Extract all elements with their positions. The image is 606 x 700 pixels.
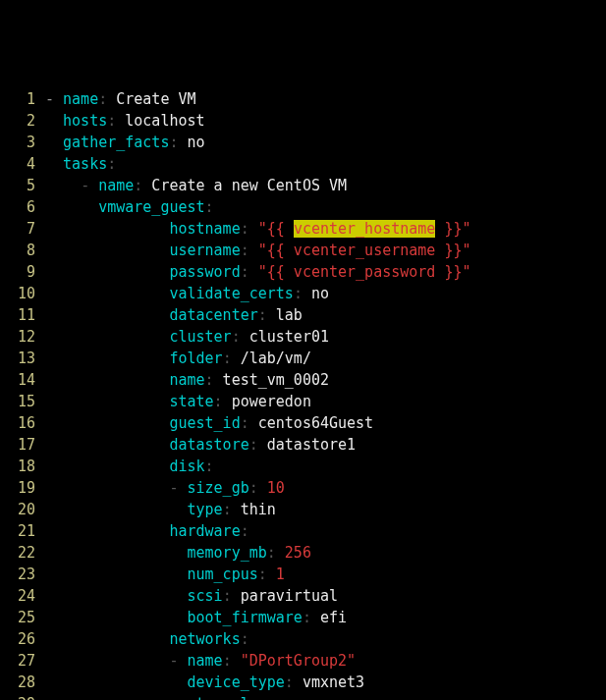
- line-content[interactable]: - size_gb: 10: [45, 477, 606, 499]
- line-content[interactable]: datacenter: lab: [45, 304, 606, 326]
- line-number: 13: [0, 348, 45, 369]
- token: disk: [169, 458, 204, 475]
- code-line[interactable]: 20 type: thin: [0, 499, 606, 520]
- token: device_type: [188, 673, 285, 691]
- token: /lab/vm/: [232, 350, 311, 367]
- code-line[interactable]: 6 vmware_guest:: [0, 196, 606, 218]
- code-line[interactable]: 15 state: poweredon: [0, 391, 606, 412]
- token: vmware_guest: [98, 198, 204, 216]
- token: [45, 155, 63, 173]
- code-line[interactable]: 5 - name: Create a new CentOS VM: [0, 175, 606, 196]
- code-line[interactable]: 2 hosts: localhost: [0, 110, 606, 132]
- token: scsi: [188, 587, 223, 605]
- line-content[interactable]: username: "{{ vcenter_username }}": [45, 240, 606, 261]
- code-line[interactable]: 1- name: Create VM: [0, 88, 606, 110]
- line-content[interactable]: boot_firmware: efi: [45, 607, 606, 628]
- code-line[interactable]: 8 username: "{{ vcenter_username }}": [0, 240, 606, 261]
- code-line[interactable]: 26 networks:: [0, 628, 606, 650]
- token: -: [169, 479, 187, 497]
- code-line[interactable]: 7 hostname: "{{ vcenter_hostname }}": [0, 218, 606, 240]
- line-content[interactable]: tasks:: [45, 153, 606, 175]
- line-number: 27: [0, 650, 45, 672]
- token: [45, 565, 188, 583]
- code-line[interactable]: 19 - size_gb: 10: [0, 477, 606, 499]
- code-line[interactable]: 21 hardware:: [0, 520, 606, 542]
- token: centos64Guest: [249, 414, 373, 432]
- token: datastore: [169, 436, 248, 454]
- code-line[interactable]: 24 scsi: paravirtual: [0, 585, 606, 607]
- token: state: [169, 393, 213, 410]
- line-content[interactable]: memory_mb: 256: [45, 542, 606, 564]
- line-content[interactable]: vmware_guest:: [45, 196, 606, 218]
- code-line[interactable]: 29 customvalues:: [0, 693, 606, 700]
- token: }}": [435, 220, 470, 238]
- line-content[interactable]: - name: "DPortGroup2": [45, 650, 606, 672]
- code-line[interactable]: 3 gather_facts: no: [0, 132, 606, 153]
- line-content[interactable]: hostname: "{{ vcenter_hostname }}": [45, 218, 606, 240]
- code-line[interactable]: 25 boot_firmware: efi: [0, 607, 606, 628]
- token: [45, 544, 188, 562]
- code-line[interactable]: 14 name: test_vm_0002: [0, 369, 606, 391]
- code-line[interactable]: 4 tasks:: [0, 153, 606, 175]
- line-number: 26: [0, 628, 45, 650]
- line-number: 3: [0, 132, 45, 153]
- token: name: [169, 371, 204, 389]
- token: memory_mb: [188, 544, 267, 562]
- token: [45, 436, 169, 454]
- line-content[interactable]: device_type: vmxnet3: [45, 672, 606, 693]
- token: :: [232, 328, 241, 346]
- line-number: 4: [0, 153, 45, 175]
- line-content[interactable]: - name: Create a new CentOS VM: [45, 175, 606, 196]
- code-line[interactable]: 23 num_cpus: 1: [0, 564, 606, 585]
- line-content[interactable]: disk:: [45, 456, 606, 477]
- line-content[interactable]: guest_id: centos64Guest: [45, 412, 606, 434]
- line-content[interactable]: type: thin: [45, 499, 606, 520]
- line-number: 29: [0, 693, 45, 700]
- line-content[interactable]: num_cpus: 1: [45, 564, 606, 585]
- code-line[interactable]: 18 disk:: [0, 456, 606, 477]
- code-line[interactable]: 12 cluster: cluster01: [0, 326, 606, 348]
- fold-marker: -: [45, 90, 54, 108]
- line-content[interactable]: folder: /lab/vm/: [45, 348, 606, 369]
- token: [45, 414, 169, 432]
- code-line[interactable]: 11 datacenter: lab: [0, 304, 606, 326]
- code-line[interactable]: 22 memory_mb: 256: [0, 542, 606, 564]
- token: :: [241, 220, 249, 238]
- line-content[interactable]: cluster: cluster01: [45, 326, 606, 348]
- token: "{{ vcenter_username }}": [258, 242, 471, 259]
- line-content[interactable]: scsi: paravirtual: [45, 585, 606, 607]
- line-number: 2: [0, 110, 45, 132]
- token: [45, 371, 169, 389]
- token: "{{: [258, 220, 294, 238]
- token: :: [205, 198, 214, 216]
- token: no: [303, 285, 329, 302]
- code-line[interactable]: 9 password: "{{ vcenter_password }}": [0, 261, 606, 283]
- line-content[interactable]: validate_certs: no: [45, 283, 606, 304]
- line-content[interactable]: name: test_vm_0002: [45, 369, 606, 391]
- code-line[interactable]: 13 folder: /lab/vm/: [0, 348, 606, 369]
- code-line[interactable]: 27 - name: "DPortGroup2": [0, 650, 606, 672]
- code-line[interactable]: 16 guest_id: centos64Guest: [0, 412, 606, 434]
- code-editor[interactable]: 1- name: Create VM2 hosts: localhost3 ga…: [0, 86, 606, 700]
- line-number: 25: [0, 607, 45, 628]
- token: :: [223, 501, 232, 518]
- code-line[interactable]: 17 datastore: datastore1: [0, 434, 606, 456]
- line-content[interactable]: customvalues:: [45, 693, 606, 700]
- token: [232, 652, 241, 670]
- token: Create a new CentOS VM: [142, 177, 347, 194]
- line-content[interactable]: networks:: [45, 628, 606, 650]
- line-content[interactable]: gather_facts: no: [45, 132, 606, 153]
- token: :: [303, 609, 311, 626]
- token: :: [205, 458, 214, 475]
- line-content[interactable]: - name: Create VM: [45, 88, 606, 110]
- code-line[interactable]: 28 device_type: vmxnet3: [0, 672, 606, 693]
- token: [249, 242, 258, 259]
- line-content[interactable]: datastore: datastore1: [45, 434, 606, 456]
- line-number: 10: [0, 283, 45, 304]
- line-content[interactable]: password: "{{ vcenter_password }}": [45, 261, 606, 283]
- line-number: 14: [0, 369, 45, 391]
- line-content[interactable]: hardware:: [45, 520, 606, 542]
- line-content[interactable]: state: poweredon: [45, 391, 606, 412]
- line-content[interactable]: hosts: localhost: [45, 110, 606, 132]
- code-line[interactable]: 10 validate_certs: no: [0, 283, 606, 304]
